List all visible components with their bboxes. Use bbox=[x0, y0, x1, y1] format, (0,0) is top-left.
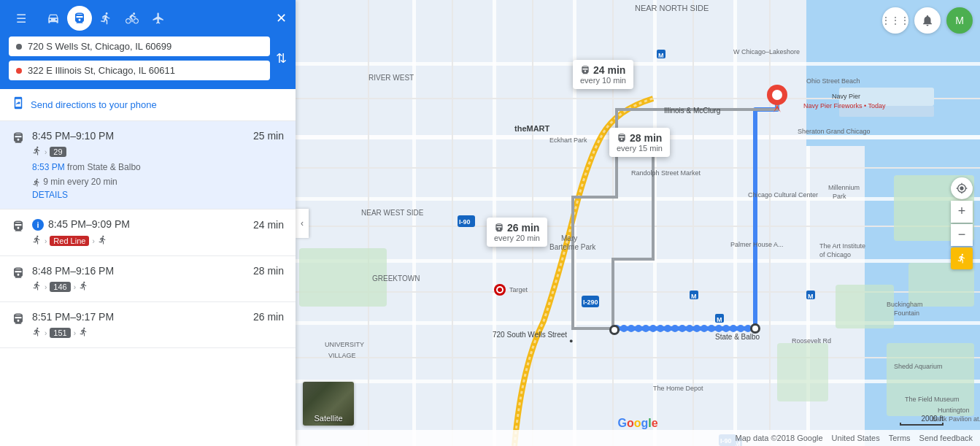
svg-rect-28 bbox=[887, 343, 974, 416]
svg-text:Eckhart Park: Eckhart Park bbox=[549, 137, 587, 144]
route-4-time-row: 8:51 PM–9:17 PM 26 min bbox=[32, 311, 284, 323]
google-logo: Google bbox=[617, 417, 657, 430]
route-2-duration: 24 min bbox=[253, 219, 284, 231]
svg-text:VILLAGE: VILLAGE bbox=[328, 352, 356, 359]
route-3-duration: 28 min bbox=[253, 265, 284, 277]
svg-text:The Field Museum: The Field Museum bbox=[905, 396, 960, 403]
svg-point-40 bbox=[664, 325, 671, 332]
transport-bike[interactable] bbox=[120, 6, 144, 31]
route-3-steps: › 146 › bbox=[32, 281, 284, 293]
svg-text:Chicago Cultural Center: Chicago Cultural Center bbox=[748, 191, 818, 199]
route-3-info: 8:48 PM–9:16 PM 28 min › 146 › bbox=[32, 265, 284, 293]
transport-walk[interactable] bbox=[93, 6, 118, 31]
map-bubble-24min[interactable]: 24 min every 10 min bbox=[573, 60, 633, 89]
bus-badge-29: 29 bbox=[50, 147, 66, 157]
transport-drive[interactable] bbox=[41, 6, 66, 31]
bubble-24min-title: 24 min bbox=[580, 64, 626, 76]
svg-text:●: ● bbox=[569, 337, 573, 345]
feedback-link[interactable]: Send feedback bbox=[919, 434, 973, 442]
route-item-2[interactable]: i 8:45 PM–9:09 PM 24 min › Red Line › bbox=[0, 209, 296, 256]
google-o2: o bbox=[634, 417, 641, 429]
origin-dot bbox=[16, 44, 22, 50]
route-4-duration: 26 min bbox=[253, 311, 284, 323]
svg-text:I-290: I-290 bbox=[583, 299, 598, 306]
svg-point-38 bbox=[649, 325, 657, 332]
my-location-button[interactable] bbox=[951, 177, 973, 199]
route-1-time-row: 8:45 PM–9:10 PM 25 min bbox=[32, 130, 284, 142]
svg-text:Navy Pier: Navy Pier bbox=[832, 93, 860, 100]
pegman-button[interactable] bbox=[951, 247, 973, 269]
map-bottom-bar: Map data ©2018 Google United States Term… bbox=[296, 430, 980, 446]
google-o1: o bbox=[627, 417, 634, 429]
notifications-button[interactable] bbox=[914, 7, 941, 34]
svg-point-34 bbox=[620, 325, 628, 332]
svg-point-56 bbox=[752, 326, 758, 331]
route-1-frequency: every 20 min bbox=[67, 177, 117, 187]
svg-text:720 South Wells Street: 720 South Wells Street bbox=[493, 331, 567, 339]
bus-icon-3 bbox=[12, 266, 25, 283]
svg-point-46 bbox=[708, 325, 715, 332]
svg-text:I-90: I-90 bbox=[459, 218, 471, 226]
send-directions-row[interactable]: Send directions to your phone bbox=[0, 89, 296, 121]
user-avatar[interactable]: M bbox=[946, 7, 973, 34]
arrow-2b: › bbox=[92, 237, 94, 245]
walk-icon-2b bbox=[98, 235, 107, 247]
bubble-26min-freq: every 20 min bbox=[494, 234, 540, 242]
svg-rect-7 bbox=[296, 380, 980, 383]
zoom-out-button[interactable]: − bbox=[951, 224, 973, 246]
left-panel: ☰ ✕ bbox=[0, 0, 296, 446]
svg-text:Illinois & McClurg: Illinois & McClurg bbox=[664, 107, 720, 115]
origin-input[interactable] bbox=[28, 41, 263, 52]
svg-point-48 bbox=[722, 325, 730, 332]
map-area[interactable]: NEAR NORTH SIDE RIVER WEST NEAR WEST SID… bbox=[296, 0, 980, 446]
svg-point-54 bbox=[611, 327, 617, 333]
map-bubble-26min[interactable]: 26 min every 20 min bbox=[487, 218, 547, 247]
transport-fly[interactable] bbox=[146, 6, 171, 31]
walk-icon-3b bbox=[79, 281, 88, 293]
svg-text:UNIVERSITY: UNIVERSITY bbox=[325, 341, 364, 348]
destination-input[interactable] bbox=[28, 65, 263, 76]
svg-point-42 bbox=[679, 325, 686, 332]
route-2-times: i 8:45 PM–9:09 PM bbox=[32, 218, 130, 231]
map-collapse-button[interactable]: ‹ bbox=[296, 209, 309, 238]
svg-text:Ohio Street Beach: Ohio Street Beach bbox=[806, 77, 860, 85]
route-1-details-link[interactable]: DETAILS bbox=[32, 190, 284, 200]
route-1-walk-time: 9 min bbox=[43, 177, 64, 187]
route-4-steps: › 151 › bbox=[32, 327, 284, 339]
bubble-28min-title: 28 min bbox=[617, 132, 663, 144]
svg-text:Fountain: Fountain bbox=[894, 309, 919, 317]
svg-rect-27 bbox=[908, 263, 974, 307]
route-4-times: 8:51 PM–9:17 PM bbox=[32, 311, 114, 323]
transport-transit[interactable] bbox=[67, 6, 92, 31]
map-bubble-28min[interactable]: 28 min every 15 min bbox=[609, 128, 670, 157]
route-1-info: 8:45 PM–9:10 PM 25 min › 29 8:53 PM from… bbox=[32, 130, 284, 200]
walk-icon-3 bbox=[32, 281, 42, 293]
route-1-walk-freq: 9 min every 20 min bbox=[32, 177, 284, 187]
route-3-header: 8:48 PM–9:16 PM 28 min › 146 › bbox=[12, 265, 284, 293]
svg-rect-4 bbox=[296, 197, 980, 201]
route-1-header: 8:45 PM–9:10 PM 25 min › 29 8:53 PM from… bbox=[12, 130, 284, 200]
svg-text:The Art Institute: The Art Institute bbox=[819, 242, 865, 250]
svg-text:Millennium: Millennium bbox=[828, 184, 860, 191]
svg-rect-29 bbox=[836, 285, 894, 328]
close-directions-button[interactable]: ✕ bbox=[276, 10, 287, 26]
route-item-1[interactable]: 8:45 PM–9:10 PM 25 min › 29 8:53 PM from… bbox=[0, 121, 296, 209]
swap-waypoints-button[interactable]: ⇅ bbox=[276, 50, 287, 66]
bus-icon-4 bbox=[12, 312, 25, 329]
zoom-in-button[interactable]: + bbox=[951, 201, 973, 223]
svg-rect-30 bbox=[777, 343, 828, 401]
menu-button[interactable]: ☰ bbox=[9, 6, 34, 31]
terms-link[interactable]: Terms bbox=[889, 434, 911, 442]
route-item-3[interactable]: 8:48 PM–9:16 PM 28 min › 146 › bbox=[0, 256, 296, 302]
apps-grid-button[interactable]: ⋮⋮⋮ bbox=[882, 7, 908, 34]
google-e: e bbox=[652, 417, 658, 429]
satellite-toggle[interactable]: Satellite bbox=[303, 382, 354, 426]
svg-text:NEAR WEST SIDE: NEAR WEST SIDE bbox=[361, 209, 424, 217]
svg-rect-12 bbox=[733, 0, 737, 446]
arrow-2: › bbox=[45, 237, 47, 245]
map-data-label: Map data ©2018 Google bbox=[736, 434, 823, 442]
route-2-time-row: i 8:45 PM–9:09 PM 24 min bbox=[32, 218, 284, 231]
walk-icon-2 bbox=[32, 235, 42, 247]
svg-text:Park: Park bbox=[833, 193, 846, 200]
route-item-4[interactable]: 8:51 PM–9:17 PM 26 min › 151 › bbox=[0, 302, 296, 348]
